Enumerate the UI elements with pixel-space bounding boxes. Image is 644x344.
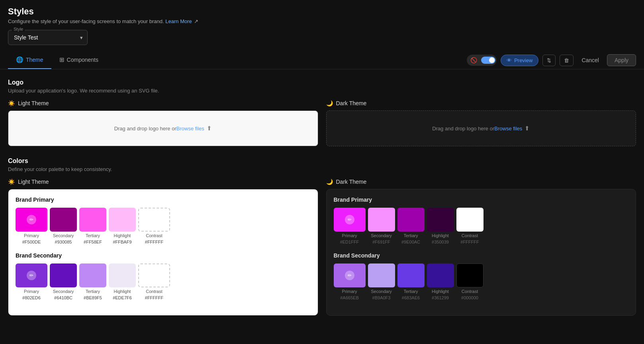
dark-sec-contrast-swatch[interactable] xyxy=(456,263,483,287)
colors-dark-col: 🌙 Dark Theme Brand Primary ✏ Primary #ED… xyxy=(326,179,636,316)
logo-light-dropzone[interactable]: Drag and drop logo here or Browse files … xyxy=(8,110,318,146)
delete-button[interactable]: 🗑 xyxy=(560,55,574,66)
main-content: Logo Upload your application's logo. We … xyxy=(0,69,644,325)
dark-brand-secondary-title: Brand Secondary xyxy=(334,252,629,259)
dark-sec-highlight-swatch[interactable] xyxy=(427,263,454,287)
swatch-wrap: Contrast #000000 xyxy=(456,263,483,300)
toolbar-right: 🚫 👁 Preview ⇅ 🗑 Cancel Apply xyxy=(467,54,636,66)
light-sec-secondary-swatch[interactable] xyxy=(50,263,77,287)
palette-dark-card: Brand Primary ✏ Primary #ED1FFF Secondar… xyxy=(326,189,636,316)
preview-button[interactable]: 👁 Preview xyxy=(501,55,538,66)
upload-icon-light: ⬆ xyxy=(207,125,212,132)
page-title: Styles xyxy=(8,6,636,17)
dark-contrast-swatch[interactable] xyxy=(456,208,483,232)
browse-files-light-link[interactable]: Browse files xyxy=(176,126,204,132)
page-subtitle: Configure the style of your user-facing … xyxy=(8,18,636,24)
light-tertiary-swatch[interactable] xyxy=(79,208,106,232)
logo-dark-label: 🌙 Dark Theme xyxy=(326,100,636,106)
tabs-toolbar: 🌐 Theme ⊞ Components 🚫 👁 Preview ⇅ 🗑 Can… xyxy=(0,51,644,69)
light-sec-tertiary-swatch[interactable] xyxy=(79,263,106,287)
swatch-wrap: ✏ Primary #802ED6 xyxy=(16,263,47,300)
style-select-label: Style xyxy=(12,27,25,31)
colors-title: Colors xyxy=(8,157,636,165)
light-contrast-swatch[interactable] xyxy=(138,208,170,232)
swatch-wrap: ✏ Primary #A665EB xyxy=(334,263,366,300)
swatch-wrap: Highlight #361299 xyxy=(427,263,454,300)
sun-icon-colors: ☀️ xyxy=(8,179,15,185)
swatch-wrap: Tertiary #BE89F5 xyxy=(79,263,106,300)
components-tab-icon: ⊞ xyxy=(59,56,65,63)
sort-icon-button[interactable]: ⇅ xyxy=(542,55,556,66)
apply-button[interactable]: Apply xyxy=(607,54,636,66)
cancel-button[interactable]: Cancel xyxy=(577,55,603,66)
swatch-wrap: ✏ Primary #ED1FFF xyxy=(334,208,366,244)
logo-section: Logo Upload your application's logo. We … xyxy=(8,79,636,146)
logo-title: Logo xyxy=(8,79,636,86)
colors-light-label: ☀️ Light Theme xyxy=(8,179,318,185)
dark-tertiary-swatch[interactable] xyxy=(397,208,425,232)
moon-icon: 🌙 xyxy=(326,100,333,106)
theme-toggle[interactable]: 🚫 xyxy=(467,55,497,66)
dark-sec-secondary-swatch[interactable] xyxy=(368,263,395,287)
dark-sec-primary-swatch[interactable]: ✏ xyxy=(334,263,366,287)
swatch-wrap: Tertiary #9E00AC xyxy=(397,208,425,244)
browse-files-dark-link[interactable]: Browse files xyxy=(494,126,522,132)
swatch-wrap: Highlight #EDE7F6 xyxy=(109,263,136,300)
colors-dark-label: 🌙 Dark Theme xyxy=(326,179,636,185)
colors-section: Colors Define your color palette to keep… xyxy=(8,157,636,316)
dark-sec-tertiary-swatch[interactable] xyxy=(397,263,425,287)
light-brand-secondary-title: Brand Secondary xyxy=(16,252,311,259)
sun-icon: ☀️ xyxy=(8,100,15,106)
light-secondary-swatch[interactable] xyxy=(50,208,77,232)
dark-primary-swatch[interactable]: ✏ xyxy=(334,208,366,232)
light-brand-secondary-row: ✏ Primary #802ED6 Secondary #6410BC xyxy=(16,263,311,300)
light-highlight-swatch[interactable] xyxy=(109,208,136,232)
swatch-wrap: Tertiary #683AE6 xyxy=(397,263,425,300)
logo-dark-dropzone[interactable]: Drag and drop logo here or Browse files … xyxy=(326,110,636,146)
swatch-wrap: Highlight #FFBAF9 xyxy=(109,208,136,244)
swatch-wrap: Tertiary #FF58EF xyxy=(79,208,106,244)
palette-light-card: Brand Primary ✏ Primary #F500DE Secondar… xyxy=(8,189,318,316)
swatch-wrap: Secondary #930085 xyxy=(50,208,77,244)
light-sec-contrast-swatch[interactable] xyxy=(138,263,170,287)
dark-brand-primary-row: ✏ Primary #ED1FFF Secondary #F691FF xyxy=(334,208,629,244)
dark-brand-secondary-row: ✏ Primary #A665EB Secondary #B9A0F3 xyxy=(334,263,629,300)
eye-icon: 👁 xyxy=(507,57,512,63)
colors-two-col: ☀️ Light Theme Brand Primary ✏ Primary #… xyxy=(8,179,636,316)
colors-light-col: ☀️ Light Theme Brand Primary ✏ Primary #… xyxy=(8,179,318,316)
moon-icon-colors: 🌙 xyxy=(326,179,333,185)
edit-swatch-icon[interactable]: ✏ xyxy=(27,215,36,224)
swatch-wrap: Contrast #FFFFFF xyxy=(138,263,170,300)
tabs: 🌐 Theme ⊞ Components xyxy=(8,51,106,69)
logo-subtitle: Upload your application's logo. We recom… xyxy=(8,88,636,94)
edit-swatch-icon[interactable]: ✏ xyxy=(345,271,354,280)
light-brand-primary-title: Brand Primary xyxy=(16,197,311,203)
top-bar: Styles Configure the style of your user-… xyxy=(0,0,644,45)
logo-light-label: ☀️ Light Theme xyxy=(8,100,318,106)
logo-dark-col: 🌙 Dark Theme Drag and drop logo here or … xyxy=(326,100,636,146)
light-sec-highlight-swatch[interactable] xyxy=(109,263,136,287)
dark-highlight-swatch[interactable] xyxy=(427,208,454,232)
theme-tab-icon: 🌐 xyxy=(16,56,23,63)
dark-brand-primary-title: Brand Primary xyxy=(334,197,629,203)
eye-slash-icon: 🚫 xyxy=(468,56,480,65)
style-select[interactable]: Style Test Default Custom xyxy=(8,30,88,45)
dark-secondary-swatch[interactable] xyxy=(368,208,395,232)
swatch-wrap: Highlight #350039 xyxy=(427,208,454,244)
logo-light-col: ☀️ Light Theme Drag and drop logo here o… xyxy=(8,100,318,146)
light-primary-swatch[interactable]: ✏ xyxy=(16,208,47,232)
tab-components[interactable]: ⊞ Components xyxy=(51,51,106,69)
tab-theme[interactable]: 🌐 Theme xyxy=(8,51,51,69)
learn-more-link[interactable]: Learn More xyxy=(165,18,192,24)
edit-swatch-icon[interactable]: ✏ xyxy=(345,215,354,224)
swatch-wrap: ✏ Primary #F500DE xyxy=(16,208,47,244)
style-select-wrap: Style Style Test Default Custom ▾ xyxy=(8,30,88,45)
swatch-wrap: Contrast #FFFFFF xyxy=(138,208,170,244)
edit-swatch-icon[interactable]: ✏ xyxy=(27,271,36,280)
upload-icon-dark: ⬆ xyxy=(525,125,530,132)
swatch-wrap: Secondary #F691FF xyxy=(368,208,395,244)
swatch-wrap: Secondary #B9A0F3 xyxy=(368,263,395,300)
logo-two-col: ☀️ Light Theme Drag and drop logo here o… xyxy=(8,100,636,146)
toggle-knob[interactable] xyxy=(481,57,495,64)
light-sec-primary-swatch[interactable]: ✏ xyxy=(16,263,47,287)
